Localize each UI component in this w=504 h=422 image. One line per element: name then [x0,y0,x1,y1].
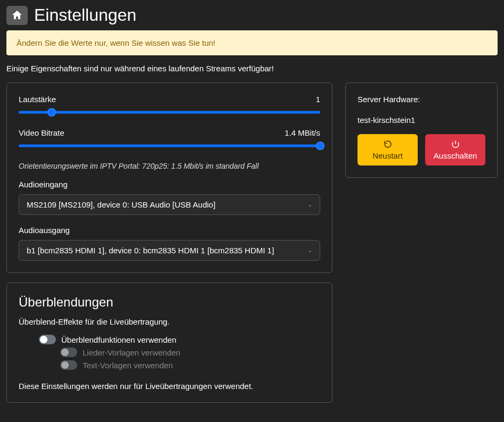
volume-value: 1 [316,95,320,104]
restart-icon [383,139,393,149]
shutdown-label: Ausschalten [434,151,477,160]
home-button[interactable] [6,6,28,25]
restart-button[interactable]: Neustart [357,134,418,166]
chevron-down-icon: ⌄ [308,202,312,208]
bitrate-value: 1.4 MBit/s [284,128,320,137]
audio-in-value: MS2109 [MS2109], device 0: USB Audio [US… [27,200,215,209]
volume-slider-thumb[interactable] [47,108,56,117]
use-overlays-toggle[interactable] [39,335,56,344]
hardware-label: Server Hardware: [357,95,485,104]
bitrate-hint: Orietentierungswerte im IPTV Portal: 720… [19,162,320,170]
shutdown-button[interactable]: Ausschalten [425,134,485,166]
use-text-templates-label: Text-Vorlagen verwenden [83,361,173,370]
stream-settings-card: Lautstärke 1 Video Bitrate 1.4 MBit/s Or… [6,82,332,273]
overlays-note: Diese Einstellungen werden nur für Liveü… [19,382,320,391]
audio-out-select[interactable]: b1 [bcm2835 HDMI 1], device 0: bcm2835 H… [19,240,320,261]
bitrate-slider[interactable] [19,140,320,151]
use-overlays-label: Überblendfunktionen verwenden [61,335,176,344]
overlays-title: Überblendungen [19,295,320,310]
audio-in-label: Audioeingang [19,180,320,189]
warning-banner: Ändern Sie die Werte nur, wenn Sie wisse… [6,30,498,55]
use-song-templates-label: Lieder-Vorlagen verwenden [83,348,180,357]
audio-in-select[interactable]: MS2109 [MS2109], device 0: USB Audio [US… [19,194,320,215]
chevron-down-icon: ⌄ [308,247,312,253]
audio-out-value: b1 [bcm2835 HDMI 1], device 0: bcm2835 H… [27,246,274,255]
bitrate-label: Video Bitrate [19,128,64,137]
volume-slider[interactable] [19,107,320,118]
bitrate-slider-thumb[interactable] [316,142,324,150]
home-icon [11,9,23,22]
use-text-templates-toggle[interactable] [60,360,77,370]
overlays-desc: Überblend-Effekte für die Liveübertragun… [19,317,320,326]
overlays-card: Überblendungen Überblend-Effekte für die… [6,283,332,403]
hardware-card: Server Hardware: test-kirschstein1 Neust… [345,82,498,178]
restart-label: Neustart [372,151,403,160]
volume-label: Lautstärke [19,95,56,104]
page-title: Einstellungen [34,5,136,25]
power-icon [451,139,460,149]
hardware-name: test-kirschstein1 [357,115,485,125]
audio-out-label: Audioausgang [19,226,320,235]
use-song-templates-toggle[interactable] [60,347,77,357]
subtitle: Einige Eigenschaften sind nur während ei… [6,64,498,73]
